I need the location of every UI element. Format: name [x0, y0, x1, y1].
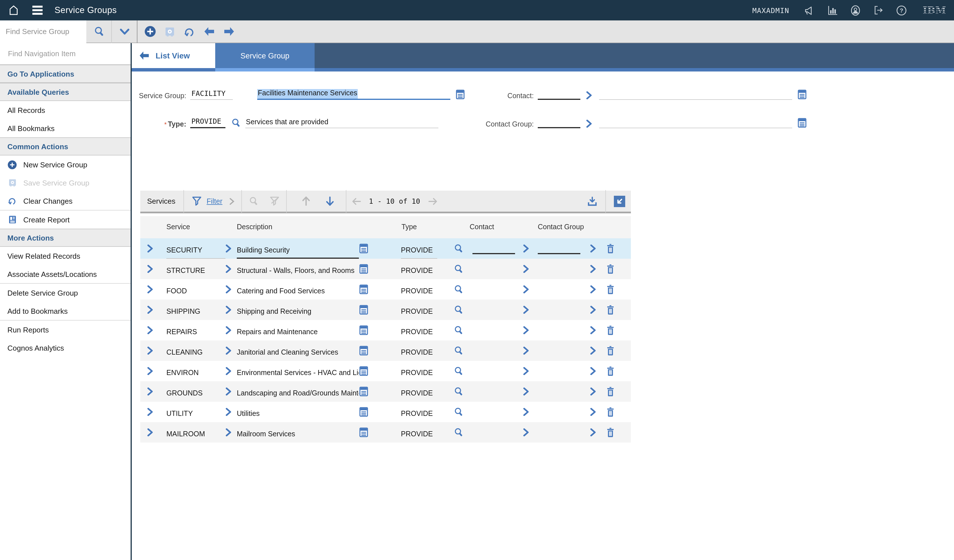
- cell-description[interactable]: Shipping and Receiving: [237, 300, 359, 320]
- cell-type[interactable]: PROVIDE: [401, 238, 454, 259]
- long-description-icon[interactable]: [360, 387, 368, 396]
- contact-group-detail-chevron-icon[interactable]: [590, 326, 596, 334]
- contact-detail-chevron-icon[interactable]: [523, 244, 529, 252]
- row-detail-chevron-icon[interactable]: [226, 244, 232, 252]
- col-contact-group[interactable]: Contact Group: [538, 223, 584, 231]
- long-description-icon[interactable]: [360, 325, 368, 335]
- col-service[interactable]: Service: [167, 223, 190, 231]
- expand-row-chevron-icon[interactable]: [147, 408, 153, 416]
- sidebar-section-common-actions[interactable]: Common Actions: [0, 137, 131, 156]
- contact-detail-chevron-icon[interactable]: [523, 347, 529, 355]
- filter-expand-chevron-icon[interactable]: [229, 198, 234, 205]
- sidebar-item-associate-assets-locations[interactable]: Associate Assets/Locations: [0, 265, 131, 283]
- sidebar-item-all-records[interactable]: All Records: [0, 101, 131, 119]
- type-lookup-icon[interactable]: [231, 118, 241, 128]
- previous-record-icon[interactable]: [203, 26, 215, 36]
- sidebar-section-available-queries[interactable]: Available Queries: [0, 83, 131, 101]
- col-contact[interactable]: Contact: [469, 223, 494, 231]
- table-row[interactable]: CLEANING Janitorial and Cleaning Service…: [140, 341, 631, 361]
- delete-row-icon[interactable]: [606, 407, 615, 417]
- cell-service[interactable]: MAILROOM: [167, 422, 226, 443]
- long-description-icon[interactable]: [360, 285, 368, 294]
- row-detail-chevron-icon[interactable]: [226, 408, 232, 416]
- contact-lookup-icon[interactable]: [454, 407, 463, 417]
- contact-lookup-icon[interactable]: [454, 285, 463, 294]
- service-group-field[interactable]: FACILITY: [190, 89, 233, 100]
- delete-row-icon[interactable]: [606, 386, 615, 397]
- cell-type[interactable]: PROVIDE: [401, 422, 454, 443]
- delete-row-icon[interactable]: [606, 325, 615, 335]
- contact-detail-chevron-icon[interactable]: [523, 428, 529, 436]
- filter-icon[interactable]: [192, 196, 201, 206]
- search-icon[interactable]: [86, 20, 111, 43]
- contact-group-detail-chevron-icon[interactable]: [590, 244, 596, 252]
- contact-detail-chevron-icon[interactable]: [586, 91, 592, 99]
- cell-contact-group-field[interactable]: [538, 253, 580, 254]
- cell-type[interactable]: PROVIDE: [401, 300, 454, 320]
- chevron-down-icon[interactable]: [112, 20, 137, 43]
- contact-detail-chevron-icon[interactable]: [523, 367, 529, 375]
- expand-row-chevron-icon[interactable]: [147, 265, 153, 273]
- contact-lookup-icon[interactable]: [454, 428, 463, 437]
- table-row[interactable]: SHIPPING Shipping and Receiving PROVIDE: [140, 300, 631, 320]
- sidebar-item-create-report[interactable]: Create Report: [0, 210, 131, 229]
- reports-chart-icon[interactable]: [828, 5, 837, 15]
- tab-service-group[interactable]: Service Group: [215, 43, 315, 68]
- table-row[interactable]: REPAIRS Repairs and Maintenance PROVIDE: [140, 320, 631, 341]
- home-icon[interactable]: [6, 2, 22, 18]
- row-detail-chevron-icon[interactable]: [226, 285, 232, 293]
- expand-row-chevron-icon[interactable]: [147, 428, 153, 436]
- sidebar-item-all-bookmarks[interactable]: All Bookmarks: [0, 119, 131, 137]
- table-row[interactable]: ENVIRON Environmental Services - HVAC an…: [140, 361, 631, 381]
- contact-group-detail-chevron-icon[interactable]: [590, 428, 596, 436]
- cell-description[interactable]: Building Security: [237, 238, 359, 259]
- filter-link[interactable]: Filter: [207, 197, 223, 205]
- contact-detail-chevron-icon[interactable]: [523, 326, 529, 334]
- announcements-icon[interactable]: [804, 5, 815, 15]
- next-row-icon[interactable]: [325, 196, 334, 206]
- cell-service[interactable]: STRCTURE: [167, 259, 226, 279]
- contact-group-detail-chevron-icon[interactable]: [590, 408, 596, 416]
- cell-type[interactable]: PROVIDE: [401, 402, 454, 422]
- delete-row-icon[interactable]: [606, 264, 615, 274]
- sidebar-item-clear-changes[interactable]: Clear Changes: [0, 192, 131, 210]
- cell-type[interactable]: PROVIDE: [401, 259, 454, 279]
- contact-group-field[interactable]: [538, 118, 580, 128]
- cell-service[interactable]: FOOD: [167, 279, 226, 300]
- sign-out-icon[interactable]: [873, 5, 884, 15]
- contact-group-detail-chevron-icon[interactable]: [590, 265, 596, 273]
- clear-changes-icon[interactable]: [183, 26, 195, 37]
- sidebar-item-delete-service-group[interactable]: Delete Service Group: [0, 284, 131, 302]
- col-type[interactable]: Type: [401, 223, 417, 231]
- cell-description[interactable]: Utilities: [237, 402, 359, 422]
- long-description-icon[interactable]: [798, 90, 806, 99]
- long-description-icon[interactable]: [360, 346, 368, 355]
- contact-group-detail-chevron-icon[interactable]: [590, 347, 596, 355]
- expand-row-chevron-icon[interactable]: [147, 347, 153, 355]
- row-detail-chevron-icon[interactable]: [226, 367, 232, 375]
- cell-description[interactable]: Landscaping and Road/Grounds Mainte: [237, 381, 359, 402]
- row-detail-chevron-icon[interactable]: [226, 265, 232, 273]
- find-record-box[interactable]: [0, 20, 86, 43]
- row-detail-chevron-icon[interactable]: [226, 428, 232, 436]
- sidebar-item-new-service-group[interactable]: New Service Group: [0, 156, 131, 174]
- contact-group-detail-chevron-icon[interactable]: [590, 285, 596, 293]
- cell-service[interactable]: ENVIRON: [167, 361, 226, 381]
- expand-row-chevron-icon[interactable]: [147, 285, 153, 293]
- contact-lookup-icon[interactable]: [454, 264, 463, 274]
- delete-row-icon[interactable]: [606, 345, 615, 356]
- contact-lookup-icon[interactable]: [454, 325, 463, 335]
- delete-row-icon[interactable]: [606, 284, 615, 294]
- expand-row-chevron-icon[interactable]: [147, 367, 153, 375]
- contact-detail-chevron-icon[interactable]: [523, 265, 529, 273]
- find-navigation-input[interactable]: [7, 49, 124, 58]
- row-detail-chevron-icon[interactable]: [226, 347, 232, 355]
- contact-lookup-icon[interactable]: [454, 244, 463, 254]
- expand-row-chevron-icon[interactable]: [147, 387, 153, 395]
- contact-field[interactable]: [538, 90, 580, 100]
- row-detail-chevron-icon[interactable]: [226, 306, 232, 314]
- contact-detail-chevron-icon[interactable]: [523, 285, 529, 293]
- table-row[interactable]: SECURITY Building Security PROVIDE: [140, 238, 631, 259]
- menu-icon[interactable]: [30, 2, 45, 18]
- long-description-icon[interactable]: [360, 407, 368, 417]
